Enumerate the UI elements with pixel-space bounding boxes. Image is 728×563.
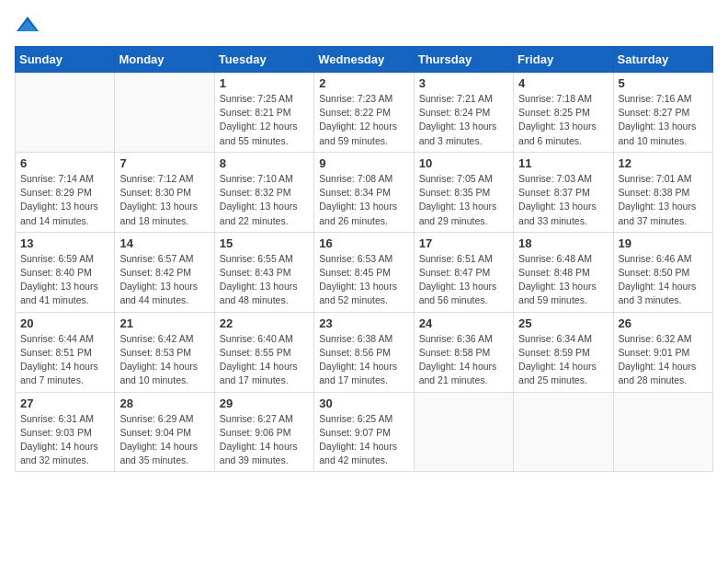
weekday-header-friday: Friday xyxy=(514,47,613,73)
calendar-cell: 2Sunrise: 7:23 AM Sunset: 8:22 PM Daylig… xyxy=(314,73,414,153)
day-number: 5 xyxy=(619,76,708,90)
day-info: Sunrise: 7:08 AM Sunset: 8:34 PM Dayligh… xyxy=(319,172,408,228)
day-info: Sunrise: 6:29 AM Sunset: 9:04 PM Dayligh… xyxy=(119,412,209,468)
day-info: Sunrise: 6:53 AM Sunset: 8:45 PM Dayligh… xyxy=(319,252,408,308)
calendar-cell: 24Sunrise: 6:36 AM Sunset: 8:58 PM Dayli… xyxy=(414,312,513,392)
calendar-cell: 29Sunrise: 6:27 AM Sunset: 9:06 PM Dayli… xyxy=(214,392,313,472)
day-number: 18 xyxy=(518,236,608,250)
day-number: 21 xyxy=(119,316,209,330)
day-number: 19 xyxy=(619,236,708,250)
calendar-cell: 5Sunrise: 7:16 AM Sunset: 8:27 PM Daylig… xyxy=(613,73,712,153)
calendar-cell: 4Sunrise: 7:18 AM Sunset: 8:25 PM Daylig… xyxy=(514,73,613,153)
calendar-cell: 13Sunrise: 6:59 AM Sunset: 8:40 PM Dayli… xyxy=(16,232,115,312)
calendar-week-row: 1Sunrise: 7:25 AM Sunset: 8:21 PM Daylig… xyxy=(16,73,713,153)
calendar-cell: 14Sunrise: 6:57 AM Sunset: 8:42 PM Dayli… xyxy=(115,232,214,312)
day-number: 30 xyxy=(319,396,408,410)
weekday-header-sunday: Sunday xyxy=(16,47,115,73)
day-number: 28 xyxy=(119,396,209,410)
calendar-cell: 15Sunrise: 6:55 AM Sunset: 8:43 PM Dayli… xyxy=(214,232,313,312)
day-number: 27 xyxy=(20,396,109,410)
weekday-header-thursday: Thursday xyxy=(414,47,513,73)
day-number: 6 xyxy=(20,156,109,170)
calendar-cell: 16Sunrise: 6:53 AM Sunset: 8:45 PM Dayli… xyxy=(314,232,414,312)
calendar-cell: 18Sunrise: 6:48 AM Sunset: 8:48 PM Dayli… xyxy=(514,232,613,312)
day-info: Sunrise: 7:03 AM Sunset: 8:37 PM Dayligh… xyxy=(518,172,608,228)
calendar-cell xyxy=(414,392,513,472)
day-info: Sunrise: 7:21 AM Sunset: 8:24 PM Dayligh… xyxy=(419,92,508,148)
calendar-cell: 10Sunrise: 7:05 AM Sunset: 8:35 PM Dayli… xyxy=(414,152,513,232)
calendar-cell: 30Sunrise: 6:25 AM Sunset: 9:07 PM Dayli… xyxy=(314,392,414,472)
day-number: 1 xyxy=(220,76,309,90)
day-info: Sunrise: 6:25 AM Sunset: 9:07 PM Dayligh… xyxy=(319,412,408,468)
calendar-cell: 22Sunrise: 6:40 AM Sunset: 8:55 PM Dayli… xyxy=(214,312,313,392)
day-info: Sunrise: 7:23 AM Sunset: 8:22 PM Dayligh… xyxy=(319,92,408,148)
calendar-cell: 8Sunrise: 7:10 AM Sunset: 8:32 PM Daylig… xyxy=(214,152,313,232)
day-info: Sunrise: 7:18 AM Sunset: 8:25 PM Dayligh… xyxy=(518,92,608,148)
calendar-cell: 26Sunrise: 6:32 AM Sunset: 9:01 PM Dayli… xyxy=(613,312,712,392)
day-number: 3 xyxy=(419,76,508,90)
calendar-week-row: 20Sunrise: 6:44 AM Sunset: 8:51 PM Dayli… xyxy=(16,312,713,392)
calendar-cell: 28Sunrise: 6:29 AM Sunset: 9:04 PM Dayli… xyxy=(115,392,214,472)
calendar-week-row: 13Sunrise: 6:59 AM Sunset: 8:40 PM Dayli… xyxy=(16,232,713,312)
day-info: Sunrise: 7:14 AM Sunset: 8:29 PM Dayligh… xyxy=(20,172,109,228)
calendar-cell: 23Sunrise: 6:38 AM Sunset: 8:56 PM Dayli… xyxy=(314,312,414,392)
day-info: Sunrise: 6:40 AM Sunset: 8:55 PM Dayligh… xyxy=(220,332,309,388)
day-info: Sunrise: 7:01 AM Sunset: 8:38 PM Dayligh… xyxy=(619,172,708,228)
day-number: 22 xyxy=(220,316,309,330)
page-header xyxy=(15,15,713,35)
day-number: 16 xyxy=(319,236,408,250)
weekday-header-tuesday: Tuesday xyxy=(214,47,313,73)
calendar-cell: 19Sunrise: 6:46 AM Sunset: 8:50 PM Dayli… xyxy=(613,232,712,312)
weekday-header-row: SundayMondayTuesdayWednesdayThursdayFrid… xyxy=(16,47,713,73)
day-number: 8 xyxy=(220,156,309,170)
calendar-cell: 17Sunrise: 6:51 AM Sunset: 8:47 PM Dayli… xyxy=(414,232,513,312)
day-info: Sunrise: 7:05 AM Sunset: 8:35 PM Dayligh… xyxy=(419,172,508,228)
calendar-cell: 7Sunrise: 7:12 AM Sunset: 8:30 PM Daylig… xyxy=(115,152,214,232)
day-number: 14 xyxy=(119,236,209,250)
logo xyxy=(15,15,44,35)
day-info: Sunrise: 6:36 AM Sunset: 8:58 PM Dayligh… xyxy=(419,332,508,388)
day-info: Sunrise: 6:38 AM Sunset: 8:56 PM Dayligh… xyxy=(319,332,408,388)
calendar-cell: 27Sunrise: 6:31 AM Sunset: 9:03 PM Dayli… xyxy=(16,392,115,472)
day-number: 10 xyxy=(419,156,508,170)
logo-icon xyxy=(15,15,40,35)
day-number: 4 xyxy=(518,76,608,90)
day-info: Sunrise: 7:16 AM Sunset: 8:27 PM Dayligh… xyxy=(619,92,708,148)
day-number: 7 xyxy=(119,156,209,170)
calendar-week-row: 6Sunrise: 7:14 AM Sunset: 8:29 PM Daylig… xyxy=(16,152,713,232)
day-number: 11 xyxy=(518,156,608,170)
calendar-week-row: 27Sunrise: 6:31 AM Sunset: 9:03 PM Dayli… xyxy=(16,392,713,472)
day-info: Sunrise: 6:51 AM Sunset: 8:47 PM Dayligh… xyxy=(419,252,508,308)
day-info: Sunrise: 7:25 AM Sunset: 8:21 PM Dayligh… xyxy=(220,92,309,148)
calendar-cell: 1Sunrise: 7:25 AM Sunset: 8:21 PM Daylig… xyxy=(214,73,313,153)
day-info: Sunrise: 6:46 AM Sunset: 8:50 PM Dayligh… xyxy=(619,252,708,308)
calendar-cell xyxy=(16,73,115,153)
calendar-cell: 3Sunrise: 7:21 AM Sunset: 8:24 PM Daylig… xyxy=(414,73,513,153)
calendar-cell xyxy=(613,392,712,472)
day-info: Sunrise: 6:32 AM Sunset: 9:01 PM Dayligh… xyxy=(619,332,708,388)
day-info: Sunrise: 6:42 AM Sunset: 8:53 PM Dayligh… xyxy=(119,332,209,388)
day-number: 15 xyxy=(220,236,309,250)
day-number: 12 xyxy=(619,156,708,170)
day-number: 13 xyxy=(20,236,109,250)
day-number: 2 xyxy=(319,76,408,90)
calendar-cell: 12Sunrise: 7:01 AM Sunset: 8:38 PM Dayli… xyxy=(613,152,712,232)
day-number: 24 xyxy=(419,316,508,330)
calendar-cell xyxy=(514,392,613,472)
day-info: Sunrise: 6:48 AM Sunset: 8:48 PM Dayligh… xyxy=(518,252,608,308)
day-info: Sunrise: 7:12 AM Sunset: 8:30 PM Dayligh… xyxy=(119,172,209,228)
day-number: 25 xyxy=(518,316,608,330)
day-number: 17 xyxy=(419,236,508,250)
calendar-cell: 21Sunrise: 6:42 AM Sunset: 8:53 PM Dayli… xyxy=(115,312,214,392)
day-info: Sunrise: 7:10 AM Sunset: 8:32 PM Dayligh… xyxy=(220,172,309,228)
day-info: Sunrise: 6:27 AM Sunset: 9:06 PM Dayligh… xyxy=(220,412,309,468)
day-info: Sunrise: 6:31 AM Sunset: 9:03 PM Dayligh… xyxy=(20,412,109,468)
day-number: 20 xyxy=(20,316,109,330)
day-info: Sunrise: 6:44 AM Sunset: 8:51 PM Dayligh… xyxy=(20,332,109,388)
day-info: Sunrise: 6:59 AM Sunset: 8:40 PM Dayligh… xyxy=(20,252,109,308)
day-info: Sunrise: 6:57 AM Sunset: 8:42 PM Dayligh… xyxy=(119,252,209,308)
calendar-table: SundayMondayTuesdayWednesdayThursdayFrid… xyxy=(15,46,713,472)
day-info: Sunrise: 6:34 AM Sunset: 8:59 PM Dayligh… xyxy=(518,332,608,388)
day-number: 26 xyxy=(619,316,708,330)
calendar-cell: 11Sunrise: 7:03 AM Sunset: 8:37 PM Dayli… xyxy=(514,152,613,232)
